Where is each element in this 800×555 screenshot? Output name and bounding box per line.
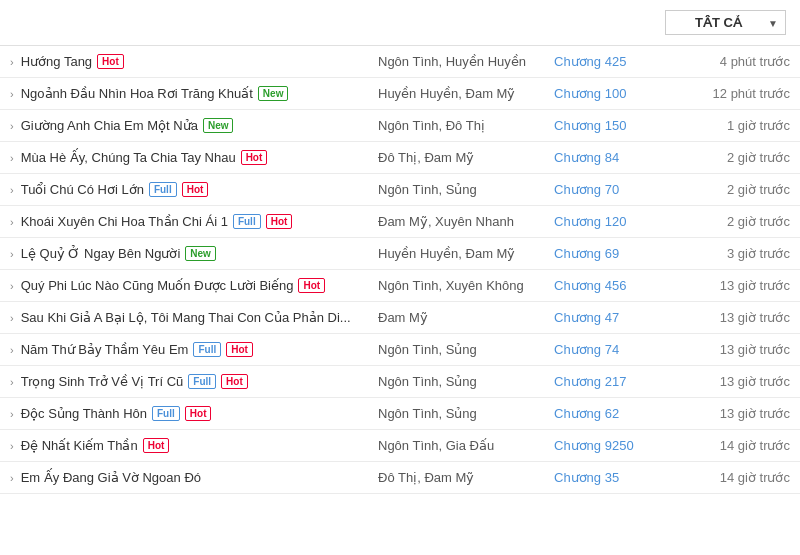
story-time: 13 giờ trước — [672, 366, 800, 398]
table-row: ›Tuổi Chú Có Hơi LớnFullHotNgôn Tình, Sủ… — [0, 174, 800, 206]
row-chevron-icon: › — [10, 216, 14, 228]
story-badge-hot: Hot — [241, 150, 268, 165]
story-title[interactable]: Khoái Xuyên Chi Hoa Thần Chi Ái 1 — [21, 214, 228, 229]
story-genre: Ngôn Tình, Gia Đấu — [368, 430, 544, 462]
story-genre: Ngôn Tình, Sủng — [368, 398, 544, 430]
story-title[interactable]: Hướng Tang — [21, 54, 92, 69]
table-row: ›Khoái Xuyên Chi Hoa Thần Chi Ái 1FullHo… — [0, 206, 800, 238]
story-genre: Ngôn Tình, Xuyên Không — [368, 270, 544, 302]
story-genre: Huyền Huyền, Đam Mỹ — [368, 78, 544, 110]
story-chapter-link[interactable]: Chương 74 — [554, 342, 619, 357]
story-title[interactable]: Ngoảnh Đầu Nhìn Hoa Rơi Trăng Khuất — [21, 86, 253, 101]
story-badge-full: Full — [188, 374, 216, 389]
story-chapter-link[interactable]: Chương 70 — [554, 182, 619, 197]
story-badge-hot: Hot — [97, 54, 124, 69]
table-row: ›Độc Sủng Thành HônFullHotNgôn Tình, Sủn… — [0, 398, 800, 430]
story-genre: Đam Mỹ — [368, 302, 544, 334]
story-chapter-link[interactable]: Chương 456 — [554, 278, 626, 293]
story-time: 3 giờ trước — [672, 238, 800, 270]
story-genre: Đô Thị, Đam Mỹ — [368, 462, 544, 494]
story-badge-hot: Hot — [266, 214, 293, 229]
row-chevron-icon: › — [10, 88, 14, 100]
story-chapter-link[interactable]: Chương 217 — [554, 374, 626, 389]
story-chapter-link[interactable]: Chương 425 — [554, 54, 626, 69]
story-chapter-link[interactable]: Chương 69 — [554, 246, 619, 261]
row-chevron-icon: › — [10, 408, 14, 420]
story-title[interactable]: Đệ Nhất Kiếm Thần — [21, 438, 138, 453]
story-chapter-link[interactable]: Chương 35 — [554, 470, 619, 485]
row-chevron-icon: › — [10, 280, 14, 292]
story-title[interactable]: Mùa Hè Ấy, Chúng Ta Chia Tay Nhau — [21, 150, 236, 165]
table-row: ›Em Ấy Đang Giả Vờ Ngoan ĐóĐô Thị, Đam M… — [0, 462, 800, 494]
story-chapter-link[interactable]: Chương 47 — [554, 310, 619, 325]
story-title[interactable]: Sau Khi Giả A Bại Lộ, Tôi Mang Thai Con … — [21, 310, 351, 325]
story-title[interactable]: Trọng Sinh Trở Về Vị Trí Cũ — [21, 374, 184, 389]
table-row: ›Quý Phi Lúc Nào Cũng Muốn Được Lười Biế… — [0, 270, 800, 302]
table-row: ›Lệ Quỷ Ở Ngay Bên NgườiNewHuyền Huyền, … — [0, 238, 800, 270]
story-genre: Ngôn Tình, Sủng — [368, 366, 544, 398]
story-genre: Ngôn Tình, Huyền Huyền — [368, 46, 544, 78]
story-time: 13 giờ trước — [672, 334, 800, 366]
story-badge-hot: Hot — [226, 342, 253, 357]
story-title[interactable]: Năm Thứ Bảy Thầm Yêu Em — [21, 342, 189, 357]
filter-select[interactable]: TẤT CẢNgôn TìnhĐam MỹHuyền HuyềnĐô Thị — [665, 10, 786, 35]
table-row: ›Mùa Hè Ấy, Chúng Ta Chia Tay NhauHotĐô … — [0, 142, 800, 174]
story-time: 13 giờ trước — [672, 302, 800, 334]
row-chevron-icon: › — [10, 120, 14, 132]
story-genre: Đô Thị, Đam Mỹ — [368, 142, 544, 174]
table-row: ›Sau Khi Giả A Bại Lộ, Tôi Mang Thai Con… — [0, 302, 800, 334]
story-title[interactable]: Em Ấy Đang Giả Vờ Ngoan Đó — [21, 470, 201, 485]
filter-wrapper[interactable]: TẤT CẢNgôn TìnhĐam MỹHuyền HuyềnĐô Thị — [665, 10, 786, 35]
row-chevron-icon: › — [10, 472, 14, 484]
story-badge-full: Full — [233, 214, 261, 229]
story-badge-full: Full — [193, 342, 221, 357]
story-badge-hot: Hot — [221, 374, 248, 389]
story-title[interactable]: Lệ Quỷ Ở Ngay Bên Người — [21, 246, 181, 261]
table-row: ›Hướng TangHotNgôn Tình, Huyền HuyềnChươ… — [0, 46, 800, 78]
story-title[interactable]: Giường Anh Chia Em Một Nửa — [21, 118, 198, 133]
story-time: 13 giờ trước — [672, 270, 800, 302]
story-genre: Đam Mỹ, Xuyên Nhanh — [368, 206, 544, 238]
table-row: ›Năm Thứ Bảy Thầm Yêu EmFullHotNgôn Tình… — [0, 334, 800, 366]
table-row: ›Giường Anh Chia Em Một NửaNewNgôn Tình,… — [0, 110, 800, 142]
story-genre: Huyền Huyền, Đam Mỹ — [368, 238, 544, 270]
story-chapter-link[interactable]: Chương 150 — [554, 118, 626, 133]
story-title[interactable]: Độc Sủng Thành Hôn — [21, 406, 147, 421]
story-time: 12 phút trước — [672, 78, 800, 110]
story-chapter-link[interactable]: Chương 62 — [554, 406, 619, 421]
story-badge-hot: Hot — [185, 406, 212, 421]
story-badge-hot: Hot — [182, 182, 209, 197]
story-chapter-link[interactable]: Chương 84 — [554, 150, 619, 165]
story-genre: Ngôn Tình, Sủng — [368, 334, 544, 366]
row-chevron-icon: › — [10, 376, 14, 388]
table-row: ›Đệ Nhất Kiếm ThầnHotNgôn Tình, Gia ĐấuC… — [0, 430, 800, 462]
story-chapter-link[interactable]: Chương 120 — [554, 214, 626, 229]
story-time: 2 giờ trước — [672, 206, 800, 238]
row-chevron-icon: › — [10, 184, 14, 196]
story-badge-new: New — [185, 246, 216, 261]
story-badge-hot: Hot — [298, 278, 325, 293]
story-badge-hot: Hot — [143, 438, 170, 453]
story-badge-new: New — [203, 118, 234, 133]
story-time: 4 phút trước — [672, 46, 800, 78]
story-time: 14 giờ trước — [672, 462, 800, 494]
stories-table: ›Hướng TangHotNgôn Tình, Huyền HuyềnChươ… — [0, 46, 800, 494]
story-genre: Ngôn Tình, Đô Thị — [368, 110, 544, 142]
table-row: ›Ngoảnh Đầu Nhìn Hoa Rơi Trăng KhuấtNewH… — [0, 78, 800, 110]
story-title[interactable]: Tuổi Chú Có Hơi Lớn — [21, 182, 144, 197]
story-time: 2 giờ trước — [672, 174, 800, 206]
story-badge-full: Full — [149, 182, 177, 197]
story-chapter-link[interactable]: Chương 9250 — [554, 438, 634, 453]
story-badge-new: New — [258, 86, 289, 101]
story-genre: Ngôn Tình, Sủng — [368, 174, 544, 206]
row-chevron-icon: › — [10, 344, 14, 356]
table-row: ›Trọng Sinh Trở Về Vị Trí CũFullHotNgôn … — [0, 366, 800, 398]
story-time: 2 giờ trước — [672, 142, 800, 174]
story-title[interactable]: Quý Phi Lúc Nào Cũng Muốn Được Lười Biến… — [21, 278, 294, 293]
story-time: 14 giờ trước — [672, 430, 800, 462]
section-header: TẤT CẢNgôn TìnhĐam MỹHuyền HuyềnĐô Thị — [0, 0, 800, 46]
row-chevron-icon: › — [10, 312, 14, 324]
story-time: 13 giờ trước — [672, 398, 800, 430]
row-chevron-icon: › — [10, 248, 14, 260]
story-chapter-link[interactable]: Chương 100 — [554, 86, 626, 101]
